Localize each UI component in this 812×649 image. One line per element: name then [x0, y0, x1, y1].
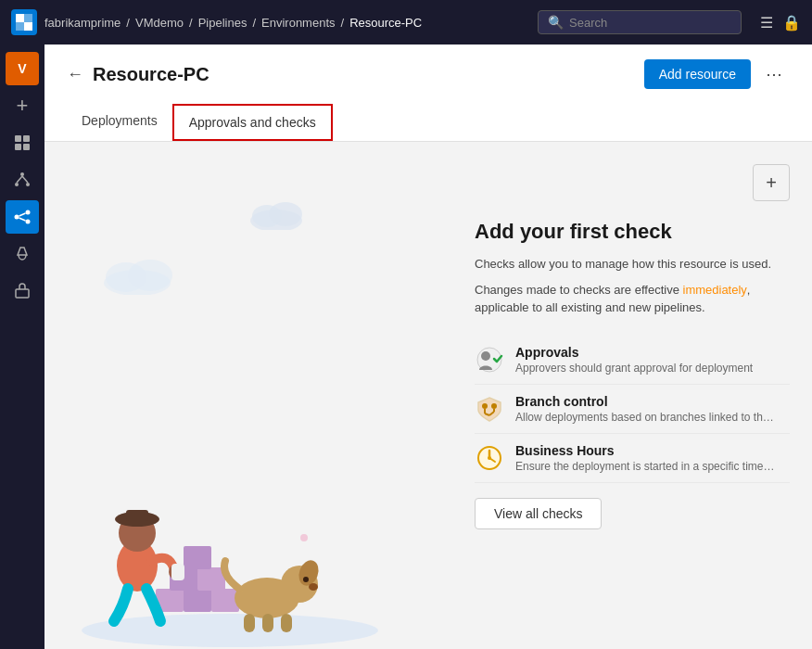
- app-logo[interactable]: [11, 9, 37, 35]
- view-all-checks-button[interactable]: View all checks: [475, 498, 602, 529]
- topbar-icons: ☰ 🔒: [760, 14, 801, 32]
- breadcrumb-environments[interactable]: Environments: [261, 16, 335, 30]
- sidebar: V +: [0, 45, 44, 649]
- businesshours-desc: Ensure the deployment is started in a sp…: [515, 460, 775, 473]
- check-item-approvals: Approvals Approvers should grant approva…: [475, 336, 790, 385]
- svg-point-40: [303, 577, 309, 582]
- tabs: Deployments Approvals and checks: [67, 104, 790, 141]
- svg-line-16: [19, 213, 26, 216]
- svg-point-21: [269, 202, 302, 226]
- svg-point-8: [20, 172, 24, 176]
- svg-rect-4: [15, 135, 21, 142]
- svg-rect-7: [23, 144, 30, 150]
- first-check-desc1: Checks allow you to manage how this reso…: [475, 255, 790, 274]
- search-icon: 🔍: [548, 15, 564, 30]
- svg-rect-5: [23, 135, 30, 142]
- main-layout: V +: [0, 45, 812, 649]
- sidebar-item-testplans[interactable]: [6, 237, 39, 271]
- breadcrumb-resource-pc: Resource-PC: [349, 16, 422, 30]
- svg-line-17: [19, 218, 26, 221]
- svg-rect-35: [126, 510, 148, 521]
- illustration-area: [44, 142, 460, 649]
- svg-rect-41: [244, 614, 255, 632]
- branch-icon: [475, 394, 504, 424]
- content-area: ← Resource-PC Add resource ⋯ Deployments…: [44, 45, 812, 649]
- clock-icon: [475, 443, 504, 473]
- svg-rect-18: [16, 289, 29, 298]
- businesshours-info: Business Hours Ensure the deployment is …: [515, 443, 790, 473]
- breadcrumb-sep-3: /: [252, 16, 256, 30]
- svg-rect-42: [262, 614, 273, 632]
- check-list: Approvals Approvers should grant approva…: [475, 336, 790, 483]
- svg-point-49: [481, 351, 490, 361]
- svg-point-60: [488, 456, 491, 460]
- sidebar-item-add[interactable]: +: [6, 89, 39, 122]
- cloud-decoration-2: [100, 253, 174, 298]
- list-icon[interactable]: ☰: [760, 14, 773, 32]
- page-header: ← Resource-PC Add resource ⋯ Deployments…: [44, 45, 812, 142]
- cloud-decoration-1: [248, 197, 304, 233]
- add-check-button[interactable]: +: [753, 164, 790, 201]
- branch-name: Branch control: [515, 394, 790, 409]
- illustration: [63, 389, 397, 649]
- svg-point-47: [300, 534, 308, 541]
- breadcrumb: fabrikamprime / VMdemo / Pipelines / Env…: [44, 16, 422, 30]
- sidebar-item-boards[interactable]: [6, 126, 39, 159]
- breadcrumb-sep-2: /: [189, 16, 193, 30]
- svg-point-52: [491, 403, 497, 409]
- svg-point-14: [26, 210, 31, 215]
- tab-deployments[interactable]: Deployments: [67, 104, 172, 141]
- more-options-button[interactable]: ⋯: [758, 60, 790, 88]
- svg-point-39: [309, 583, 318, 591]
- header-actions: Add resource ⋯: [644, 59, 790, 89]
- svg-point-15: [26, 220, 31, 224]
- right-panel: + Add your first check Checks allow you …: [460, 142, 812, 649]
- topbar: fabrikamprime / VMdemo / Pipelines / Env…: [0, 0, 812, 45]
- svg-rect-45: [171, 564, 184, 580]
- approvals-info: Approvals Approvers should grant approva…: [515, 345, 790, 375]
- sidebar-item-repos[interactable]: [6, 163, 39, 197]
- tab-approvals-checks[interactable]: Approvals and checks: [172, 104, 333, 141]
- search-input[interactable]: [569, 16, 731, 30]
- svg-line-12: [22, 176, 28, 183]
- breadcrumb-pipelines[interactable]: Pipelines: [198, 16, 247, 30]
- approvals-desc: Approvers should grant approval for depl…: [515, 362, 775, 375]
- sidebar-avatar[interactable]: V: [6, 52, 39, 85]
- svg-point-24: [128, 260, 172, 291]
- svg-rect-31: [184, 546, 211, 569]
- svg-rect-27: [184, 589, 211, 612]
- svg-point-13: [15, 215, 19, 220]
- sidebar-item-artifacts[interactable]: [6, 274, 39, 308]
- svg-rect-6: [15, 144, 21, 150]
- sidebar-item-pipelines[interactable]: [6, 200, 39, 234]
- businesshours-name: Business Hours: [515, 443, 790, 458]
- desc2-highlight: immediately: [683, 283, 747, 297]
- svg-rect-0: [16, 14, 24, 22]
- svg-point-9: [15, 183, 19, 186]
- breadcrumb-vmdemo[interactable]: VMdemo: [135, 16, 184, 30]
- branch-info: Branch control Allow deployments based o…: [515, 394, 790, 424]
- breadcrumb-sep-1: /: [126, 16, 130, 30]
- svg-line-11: [17, 176, 22, 183]
- page-title-row: ← Resource-PC: [67, 64, 209, 85]
- check-item-businesshours: Business Hours Ensure the deployment is …: [475, 434, 790, 483]
- first-check-heading: Add your first check: [475, 220, 790, 244]
- svg-rect-3: [16, 22, 24, 31]
- back-button[interactable]: ←: [67, 65, 83, 84]
- svg-point-25: [82, 614, 378, 647]
- svg-point-51: [482, 403, 488, 409]
- page-title: Resource-PC: [93, 64, 209, 85]
- add-resource-button[interactable]: Add resource: [644, 59, 751, 89]
- first-check-desc2: Changes made to checks are effective imm…: [475, 281, 790, 317]
- page-header-top: ← Resource-PC Add resource ⋯: [67, 59, 790, 89]
- search-box[interactable]: 🔍: [538, 10, 742, 34]
- approvals-icon: [475, 345, 504, 375]
- svg-rect-2: [24, 14, 32, 22]
- lock-icon[interactable]: 🔒: [782, 14, 801, 32]
- breadcrumb-sep-4: /: [341, 16, 345, 30]
- approvals-name: Approvals: [515, 345, 790, 360]
- branch-desc: Allow deployments based on branches link…: [515, 411, 775, 424]
- breadcrumb-fabrikamprime[interactable]: fabrikamprime: [44, 16, 121, 30]
- svg-point-10: [26, 183, 30, 186]
- desc2-prefix: Changes made to checks are effective: [475, 283, 683, 297]
